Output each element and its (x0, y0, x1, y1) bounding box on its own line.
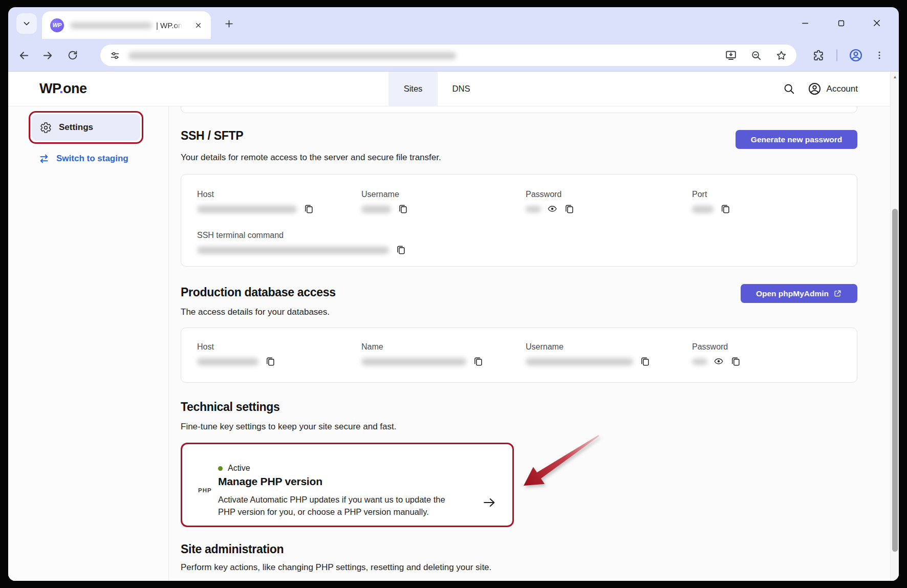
sidebar-item-settings[interactable]: Settings (32, 114, 140, 141)
copy-icon[interactable] (303, 203, 314, 214)
close-icon (195, 21, 202, 29)
manage-php-version-card[interactable]: PHP Active Manage PHP version Activate A… (181, 443, 514, 527)
plus-icon (224, 19, 234, 29)
port-value-redacted (692, 205, 714, 213)
status-badge: Active (228, 464, 250, 473)
open-phpmyadmin-label: Open phpMyAdmin (756, 289, 829, 298)
field-label-ssh-terminal-command: SSH terminal command (197, 231, 284, 240)
sidebar: Settings Switch to staging (8, 106, 169, 581)
bookmark-star-icon[interactable] (775, 50, 787, 61)
window-controls (796, 7, 886, 39)
field-value-port (692, 203, 731, 214)
gear-icon (40, 122, 52, 134)
sidebar-item-label: Switch to staging (56, 154, 128, 164)
terminal-command-redacted (197, 246, 389, 254)
site-controls-icon[interactable] (110, 50, 120, 61)
site-header: WP.one Sites DNS Account (8, 72, 899, 106)
field-label-db-host: Host (197, 342, 214, 352)
nav-tab-dns[interactable]: DNS (438, 72, 485, 106)
ssh-section-title: SSH / SFTP (181, 129, 243, 143)
nav-tab-sites[interactable]: Sites (388, 72, 438, 106)
field-label-db-username: Username (526, 342, 564, 352)
php-icon: PHP (198, 487, 212, 493)
zoom-out-icon[interactable] (750, 50, 762, 61)
page-content: WP.one Sites DNS Account Settings S (8, 72, 899, 581)
url-redacted (128, 52, 456, 59)
database-section-title: Production database access (181, 286, 336, 299)
db-name-redacted (361, 358, 466, 365)
database-section-description: The access details for your databases. (181, 307, 330, 317)
field-label-port: Port (692, 190, 707, 199)
field-label-db-name: Name (361, 342, 383, 352)
account-label: Account (827, 84, 858, 94)
db-host-redacted (197, 358, 258, 365)
tab-strip: WP | WP.on (8, 7, 899, 39)
profile-avatar-icon[interactable] (849, 48, 863, 62)
sidebar-item-switch-to-staging[interactable]: Switch to staging (38, 153, 128, 165)
copy-icon[interactable] (639, 356, 651, 367)
site-admin-section-description: Perform key actions, like changing PHP s… (181, 562, 491, 573)
window-maximize-button[interactable] (832, 14, 850, 32)
scrollbar[interactable]: ▲ (890, 72, 899, 581)
new-tab-button[interactable] (219, 14, 239, 33)
ssh-section-description: Your details for remote access to the se… (181, 153, 441, 163)
tab-title-redacted (70, 22, 152, 29)
swap-arrows-icon (38, 153, 50, 165)
technical-section-title: Technical settings (181, 400, 280, 414)
copy-icon[interactable] (397, 203, 408, 214)
technical-section-description: Fine-tune key settings to keep your site… (181, 422, 396, 432)
db-username-redacted (526, 358, 633, 365)
account-button[interactable]: Account (808, 82, 858, 96)
external-link-icon (833, 289, 842, 298)
generate-new-password-button[interactable]: Generate new password (736, 130, 857, 149)
back-button[interactable] (13, 45, 34, 66)
database-details-card: Host Name Username Password (181, 328, 857, 383)
menu-dots-icon[interactable] (874, 50, 884, 60)
copy-icon[interactable] (472, 356, 484, 367)
browser-window: WP | WP.on (8, 7, 899, 581)
scroll-up-arrow[interactable]: ▲ (892, 73, 898, 80)
copy-icon[interactable] (265, 356, 276, 367)
open-phpmyadmin-button[interactable]: Open phpMyAdmin (741, 284, 857, 303)
field-label-password: Password (526, 190, 562, 199)
annotation-arrow (513, 424, 606, 495)
extensions-icon[interactable] (812, 49, 825, 62)
reload-button[interactable] (62, 45, 83, 66)
field-label-db-password: Password (692, 342, 728, 352)
ssh-details-card: Host Username Password Port (181, 174, 857, 267)
window-minimize-button[interactable] (796, 14, 814, 32)
forward-button[interactable] (37, 45, 58, 66)
tab-close-button[interactable] (191, 18, 205, 32)
address-bar[interactable] (100, 45, 796, 66)
browser-toolbar (8, 39, 899, 72)
copy-icon[interactable] (395, 244, 406, 255)
field-label-username: Username (361, 190, 399, 199)
username-value-redacted (361, 205, 391, 213)
field-value-ssh-terminal-command (197, 244, 406, 255)
toolbar-divider (836, 49, 837, 61)
tab-title: | WP.on (156, 21, 182, 30)
field-value-db-host (197, 356, 276, 367)
tab-search-button[interactable] (16, 13, 37, 34)
field-value-host (197, 203, 314, 214)
show-password-eye-icon[interactable] (714, 356, 724, 366)
copy-icon[interactable] (564, 203, 575, 214)
field-value-db-password (692, 356, 741, 367)
scrollbar-thumb[interactable] (892, 209, 898, 552)
php-card-description: Activate Automatic PHP updates if you wa… (218, 493, 446, 518)
site-favicon: WP (50, 18, 64, 32)
wpone-logo[interactable]: WP.one (39, 81, 87, 97)
field-label-host: Host (197, 190, 214, 199)
header-nav: Sites DNS (388, 72, 485, 106)
php-card-title: Manage PHP version (218, 475, 322, 488)
site-admin-section-title: Site administration (181, 542, 284, 556)
active-status-dot (218, 466, 223, 471)
search-icon[interactable] (783, 82, 795, 95)
install-app-icon[interactable] (725, 49, 737, 61)
previous-card-fragment (181, 106, 857, 113)
copy-icon[interactable] (720, 203, 731, 214)
show-password-eye-icon[interactable] (547, 204, 557, 214)
browser-tab[interactable]: WP | WP.on (42, 11, 211, 39)
window-close-button[interactable] (868, 14, 886, 32)
copy-icon[interactable] (730, 356, 741, 367)
